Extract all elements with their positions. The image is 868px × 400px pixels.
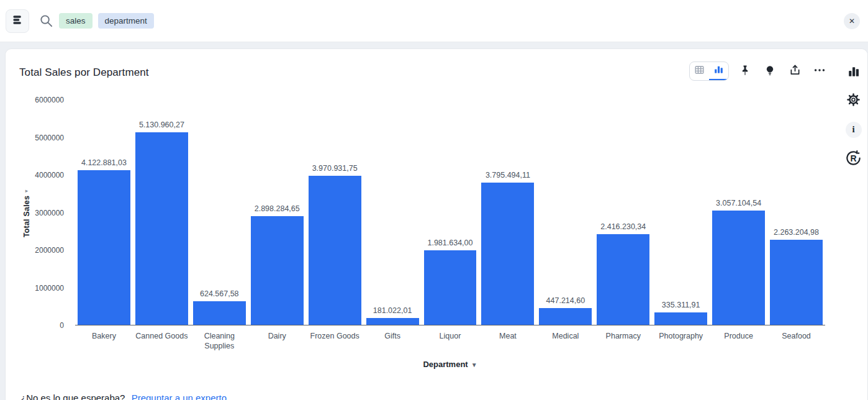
info-icon: i [846,122,862,138]
bar[interactable] [193,301,246,325]
bar-slot: 447.214,60Medical [536,100,594,325]
bar[interactable] [78,170,130,325]
bar-value-label: 2.898.284,65 [255,204,300,213]
bar-slot: 335.311,91Photography [652,100,710,325]
y-axis-title: Total Sales [22,196,31,237]
chart-type-button[interactable] [845,64,862,81]
bar-value-label: 3.057.104,54 [716,199,761,207]
view-switcher [689,61,729,81]
y-tick-label: 5000000 [35,134,64,142]
bar[interactable] [135,132,188,325]
bar[interactable] [366,318,419,325]
x-tick-label: Cleaning Supplies [192,331,247,352]
more-options-button[interactable] [811,63,828,80]
x-tick-label: Produce [711,331,766,341]
x-tick-label: Dairy [250,331,305,341]
bar-value-label: 335.311,91 [662,301,700,309]
close-search-button[interactable]: ✕ [844,13,860,29]
pin-button[interactable] [736,63,754,80]
close-icon: ✕ [849,17,855,25]
bar[interactable] [712,211,765,325]
x-axis-title-label: Department [423,360,468,369]
x-axis-title[interactable]: Department▼ [75,360,825,369]
x-tick-label: Bakery [76,331,132,341]
chart-type-icon [847,65,861,81]
y-axis: 0100000020000003000000400000050000006000… [6,100,69,325]
bar-chart-icon [713,63,725,78]
search-token-department[interactable]: department [98,13,154,29]
bar[interactable] [770,240,823,325]
bar-slot: 3.795.494,11Meat [479,100,536,325]
bar-slot: 2.898.284,65Dairy [248,100,306,325]
bar-slot: 4.122.881,03Bakery [75,100,133,325]
bar[interactable] [251,216,304,325]
chart-settings-button[interactable] [845,93,862,109]
pin-icon [739,64,751,79]
bars: 4.122.881,03Bakery5.130.960,27Canned Goo… [75,100,825,325]
ellipsis-icon [813,63,826,80]
bar-slot: 624.567,58Cleaning Supplies [191,100,248,325]
chevron-down-icon: ▼ [471,361,477,368]
ask-expert-link[interactable]: Preguntar a un experto [132,393,227,400]
axis-menu-arrow-icon: ▸ [25,188,29,194]
bar-slot: 5.130.960,27Canned Goods [133,100,191,325]
x-tick-label: Meat [480,331,535,341]
bar-value-label: 3.970.931,75 [312,164,358,173]
config-rail: i R [845,64,862,166]
insights-button[interactable] [761,63,779,80]
share-icon [789,63,802,79]
bar[interactable] [597,234,649,325]
y-tick-label: 6000000 [35,96,64,104]
x-tick-label: Pharmacy [595,331,651,341]
bar[interactable] [481,183,534,325]
bar-value-label: 5.130.960,27 [139,120,184,129]
y-tick-label: 3000000 [35,209,64,217]
search-input[interactable] [160,0,844,42]
lightbulb-icon [764,64,776,79]
x-tick-label: Photography [653,331,708,341]
bar-value-label: 624.567,58 [200,289,239,298]
search-token-sales[interactable]: sales [59,13,93,29]
chart-plot-area: 4.122.881,03Bakery5.130.960,27Canned Goo… [75,100,825,325]
bar[interactable] [654,312,707,325]
bar-value-label: 447.214,60 [546,296,585,305]
table-view-button[interactable] [690,62,709,80]
share-button[interactable] [786,63,803,80]
gear-icon [846,93,861,109]
bar-slot: 2.416.230,34Pharmacy [594,100,652,325]
search-icon [39,14,53,28]
search-bar[interactable]: sales department [29,0,844,42]
r-circle-icon: R [845,150,862,166]
y-tick-label: 0 [60,321,64,330]
expert-footer: ¿No es lo que esperaba? Preguntar a un e… [20,393,227,400]
bar-value-label: 181.022,01 [373,306,412,315]
answer-toolbar [689,61,828,81]
table-icon [694,64,705,78]
r-analysis-button[interactable]: R [845,150,862,166]
info-button[interactable]: i [845,121,862,138]
bar-value-label: 2.416.230,34 [600,222,646,231]
bar[interactable] [539,308,592,325]
bar-slot: 3.970.931,75Frozen Goods [306,100,364,325]
bar-value-label: 2.263.204,98 [774,228,819,237]
bar-value-label: 3.795.494,11 [486,171,530,180]
bar-slot: 3.057.104,54Produce [710,100,767,325]
app-menu-button[interactable] [6,9,29,33]
answer-title: Total Sales por Department [19,66,149,79]
bar-slot: 2.263.204,98Seafood [767,100,825,325]
footer-question: ¿No es lo que esperaba? [20,393,125,400]
bar[interactable] [309,176,361,325]
y-tick-label: 1000000 [35,284,64,293]
y-tick-label: 2000000 [35,246,64,255]
bar-slot: 181.022,01Gifts [364,100,422,325]
bar-slot: 1.981.634,00Liquor [422,100,479,325]
x-tick-label: Medical [538,331,593,341]
bar[interactable] [424,250,477,325]
x-tick-label: Liquor [423,331,478,341]
top-bar: sales department ✕ [0,0,868,42]
x-tick-label: Gifts [365,331,420,341]
y-axis-title-wrap[interactable]: ▸ Total Sales [22,188,31,237]
chart-view-button[interactable] [709,62,728,80]
x-tick-label: Seafood [769,331,824,341]
y-tick-label: 4000000 [35,171,64,180]
